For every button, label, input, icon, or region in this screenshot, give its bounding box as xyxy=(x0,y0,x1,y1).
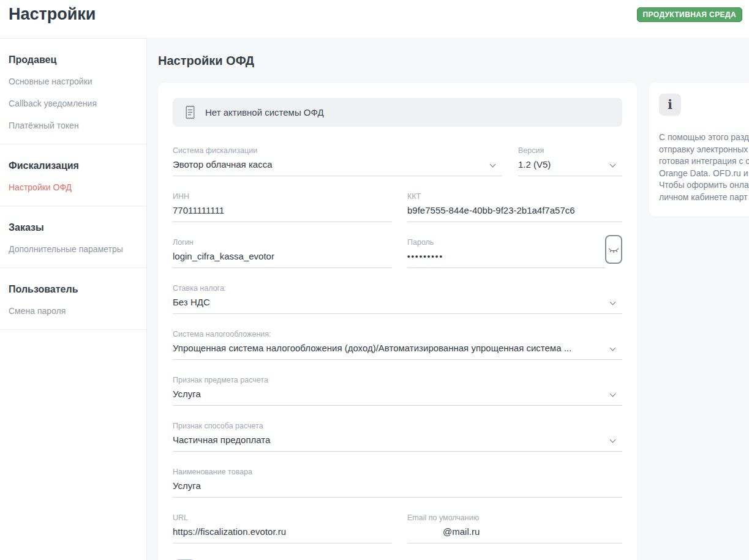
fiscal-system-select[interactable]: Система фискализации Эвотор облачная кас… xyxy=(173,146,502,176)
info-panel: i С помощью этого разд отправку электрон… xyxy=(649,83,749,217)
tax-rate-value[interactable]: Без НДС xyxy=(173,296,622,314)
inn-field[interactable]: ИНН 77011111111 xyxy=(173,192,392,222)
tax-system-label: Система налогообложения: xyxy=(173,330,622,339)
tax-rate-select[interactable]: Ставка налога: Без НДС xyxy=(173,284,622,314)
version-label: Версия xyxy=(518,146,622,155)
page-header: Настройки ПРОДУКТИВНАЯ СРЕДА xyxy=(0,0,749,38)
info-text-line: С помощью этого разд xyxy=(659,132,749,144)
password-label: Пароль xyxy=(407,238,605,247)
fiscal-system-label: Система фискализации xyxy=(173,146,502,155)
show-password-button[interactable] xyxy=(605,235,622,264)
url-label: URL xyxy=(173,513,392,523)
sidebar-section-user: Пользователь Смена пароля xyxy=(0,268,146,330)
main-content: Настройки ОФД Нет активной системы ОФД С… xyxy=(147,38,749,560)
tax-system-select[interactable]: Система налогообложения: Упрощенная сист… xyxy=(173,330,622,360)
inn-value[interactable]: 77011111111 xyxy=(173,204,392,222)
kkt-field[interactable]: ККТ b9fe7555-844e-40bb-9f23-2b1a4f7a57c6 xyxy=(407,192,622,222)
environment-badge: ПРОДУКТИВНАЯ СРЕДА xyxy=(637,7,742,22)
info-text-line: готовая интеграция с с xyxy=(659,155,749,168)
banner-text: Нет активной системы ОФД xyxy=(205,107,324,118)
payment-subject-label: Признак предмета расчета xyxy=(173,376,622,385)
info-text-line: Чтобы оформить онла xyxy=(659,179,749,192)
email-field[interactable]: Email по умолчанию @mail.ru xyxy=(407,513,622,543)
sidebar-item-payment-token[interactable]: Платёжный токен xyxy=(9,119,125,132)
info-icon: i xyxy=(659,94,681,116)
url-value[interactable]: https://fiscalization.evotor.ru xyxy=(173,526,392,543)
info-text-line: отправку электронных xyxy=(659,144,749,156)
product-name-value[interactable]: Услуга xyxy=(173,480,622,498)
sidebar-header-seller: Продавец xyxy=(9,54,138,65)
sidebar-item-main-settings[interactable]: Основные настройки xyxy=(9,75,125,88)
page-title: Настройки xyxy=(9,5,96,24)
version-select[interactable]: Версия 1.2 (V5) xyxy=(518,146,622,176)
version-value[interactable]: 1.2 (V5) xyxy=(518,159,622,176)
sidebar-item-extra-params[interactable]: Дополнительные параметры xyxy=(9,243,125,255)
payment-method-select[interactable]: Признак способа расчета Частичная предоп… xyxy=(173,422,622,452)
sidebar-header-fiscalization: Фискализация xyxy=(9,160,138,171)
email-label: Email по умолчанию xyxy=(407,513,622,523)
sidebar-section-seller: Продавец Основные настройки Callback уве… xyxy=(0,39,146,144)
sidebar-section-fiscalization: Фискализация Настройки ОФД xyxy=(0,144,146,206)
product-name-field[interactable]: Наименование товара Услуга xyxy=(173,468,622,498)
tax-system-value[interactable]: Упрощенная система налогообложения (дохо… xyxy=(173,342,622,360)
password-field[interactable]: Пароль ••••••••• xyxy=(407,238,605,268)
section-title: Настройки ОФД xyxy=(158,54,749,68)
eye-closed-icon xyxy=(608,245,620,255)
sidebar-item-callback[interactable]: Callback уведомления xyxy=(9,97,125,110)
receipt-icon xyxy=(184,105,197,120)
login-label: Логин xyxy=(173,238,392,247)
url-field[interactable]: URL https://fiscalization.evotor.ru xyxy=(173,513,392,543)
sidebar-section-orders: Заказы Дополнительные параметры xyxy=(0,206,146,268)
ofd-settings-card: Нет активной системы ОФД Система фискали… xyxy=(158,83,637,560)
password-value[interactable]: ••••••••• xyxy=(407,250,605,268)
payment-subject-value[interactable]: Услуга xyxy=(173,388,622,406)
no-active-ofd-banner: Нет активной системы ОФД xyxy=(173,98,622,127)
fiscal-system-value[interactable]: Эвотор облачная касса xyxy=(173,159,502,176)
inn-label: ИНН xyxy=(173,192,392,201)
sidebar-header-orders: Заказы xyxy=(9,222,138,233)
kkt-label: ККТ xyxy=(407,192,622,201)
sidebar-item-change-password[interactable]: Смена пароля xyxy=(9,305,125,317)
sidebar-header-user: Пользователь xyxy=(9,284,138,295)
sidebar: Продавец Основные настройки Callback уве… xyxy=(0,38,147,560)
info-text-line: Orange Data. OFD.ru и xyxy=(659,168,749,180)
payment-subject-select[interactable]: Признак предмета расчета Услуга xyxy=(173,376,622,406)
payment-method-label: Признак способа расчета xyxy=(173,422,622,431)
email-value[interactable]: @mail.ru xyxy=(407,526,622,543)
tax-rate-label: Ставка налога: xyxy=(173,284,622,293)
kkt-value[interactable]: b9fe7555-844e-40bb-9f23-2b1a4f7a57c6 xyxy=(407,204,622,222)
sidebar-item-ofd-settings[interactable]: Настройки ОФД xyxy=(9,181,125,193)
product-name-label: Наименование товара xyxy=(173,468,622,477)
payment-method-value[interactable]: Частичная предоплата xyxy=(173,434,622,452)
login-field[interactable]: Логин login_cifra_kassa_evotor xyxy=(173,238,392,268)
info-text-line: личном кабинете парт xyxy=(659,192,749,204)
login-value[interactable]: login_cifra_kassa_evotor xyxy=(173,250,392,268)
